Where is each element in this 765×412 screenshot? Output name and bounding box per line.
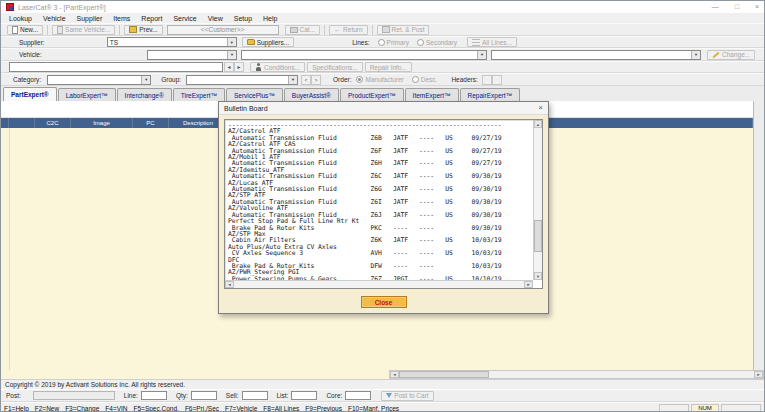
copyright-bar: Copyright © 2019 by Activant Solutions I… xyxy=(1,379,764,390)
menu-item-help[interactable]: Help xyxy=(263,15,277,22)
hscroll-right-arrow-icon[interactable]: ► xyxy=(754,371,763,378)
cat-button: Cat... xyxy=(285,25,321,35)
vehicle-combo-2[interactable]: ▼ xyxy=(241,50,487,60)
bulletin-horizontal-scrollbar[interactable]: ◄ ► xyxy=(225,280,533,288)
vehicle-description-field[interactable] xyxy=(9,62,223,72)
menu-item-report[interactable]: Report xyxy=(141,15,162,22)
conditions-person-icon xyxy=(255,63,262,71)
group-next-button[interactable]: > xyxy=(311,75,321,85)
bulletin-board-dialog: Bulletin Board × -----------------------… xyxy=(218,101,549,314)
prev-book-icon xyxy=(129,26,137,33)
supplier-value: TS xyxy=(110,39,118,46)
secondary-radio-label: Secondary xyxy=(426,39,457,46)
repair-info-button: Repair Info... xyxy=(365,62,412,72)
num-lock-indicator: NUM xyxy=(691,404,719,412)
dialog-button-row: Close xyxy=(219,293,548,311)
vehicle-spin-left-icon[interactable]: ◄ xyxy=(224,62,234,72)
category-combo-arrow-icon[interactable]: ▼ xyxy=(141,76,150,84)
vehicle-combo-3[interactable]: ▼ xyxy=(491,50,701,60)
column-header-c2c[interactable]: C2C xyxy=(35,118,71,128)
tab-repairexpert[interactable]: RepairExpert™ xyxy=(460,88,520,101)
toolbar-main: New... Same Vehicle... Prev... <<Custome… xyxy=(1,23,764,36)
prev-button-label: Prev... xyxy=(139,26,157,33)
maximize-button[interactable]: □ xyxy=(735,2,739,12)
vehicle-combo-1[interactable]: ▼ xyxy=(147,50,237,60)
list-label: List: xyxy=(277,392,289,399)
customer-field[interactable]: <<Customer>> xyxy=(167,25,279,35)
hscroll-left-arrow-icon[interactable]: ◄ xyxy=(390,371,399,378)
group-combo[interactable]: ▼ xyxy=(186,75,298,85)
column-header-blank-0[interactable] xyxy=(1,118,9,128)
vehicle-combo-2-arrow-icon[interactable]: ▼ xyxy=(477,51,486,59)
supplier-combo[interactable]: TS ▼ xyxy=(107,37,237,47)
category-combo[interactable]: ▼ xyxy=(47,75,151,85)
core-input[interactable] xyxy=(345,391,371,400)
tab-itemexpert[interactable]: ItemExpert™ xyxy=(405,88,459,101)
menu-item-items[interactable]: Items xyxy=(113,15,130,22)
prev-button[interactable]: Prev... xyxy=(124,25,162,35)
fkey-f8: F8=All Lines xyxy=(263,405,299,412)
qty-label: Qty: xyxy=(176,392,188,399)
supplier-combo-arrow-icon[interactable]: ▼ xyxy=(227,38,236,46)
grid-horizontal-scrollbar[interactable]: ◄ ► xyxy=(389,370,764,379)
hscroll-thumb[interactable] xyxy=(399,371,489,378)
close-window-button[interactable]: × xyxy=(755,2,759,12)
change-button-label: Change... xyxy=(722,51,750,58)
sell-label: Sell: xyxy=(226,392,239,399)
suppliers-button[interactable]: Suppliers... xyxy=(242,37,295,47)
minimize-button[interactable]: — xyxy=(712,2,719,12)
bulletin-vertical-scrollbar[interactable]: ▲ ▼ xyxy=(533,120,542,280)
tab-productexpert[interactable]: ProductExpert™ xyxy=(340,88,404,101)
tab-serviceplus[interactable]: ServicePlus™ xyxy=(226,88,283,101)
menu-item-service[interactable]: Service xyxy=(173,15,196,22)
column-header-blank-1[interactable] xyxy=(9,118,35,128)
fkey-f9: F9=Previous xyxy=(305,405,342,412)
new-button-label: New... xyxy=(20,26,38,33)
status-cell-blank xyxy=(659,404,689,412)
conditions-label: Conditions... xyxy=(264,64,300,71)
close-button[interactable]: Close xyxy=(361,296,407,308)
new-button[interactable]: New... xyxy=(7,25,43,35)
dialog-close-icon[interactable]: × xyxy=(538,104,543,112)
line-input[interactable] xyxy=(141,391,167,400)
toolbar-category: Category: ▼ Group: ▼ < > Order: Manufact… xyxy=(1,73,764,86)
group-prev-button[interactable]: < xyxy=(301,75,311,85)
menu-item-supplier[interactable]: Supplier xyxy=(77,15,103,22)
tab-buyerassist[interactable]: BuyerAssist® xyxy=(284,88,339,101)
tab-tireexpert[interactable]: TireExpert™ xyxy=(173,88,225,101)
bulletin-text-area[interactable]: ----------------------------------------… xyxy=(224,119,543,289)
column-header-image[interactable]: Image xyxy=(71,118,133,128)
fkey-f1: F1=Help xyxy=(4,405,29,412)
vscroll-thumb[interactable] xyxy=(534,220,542,252)
menu-bar: LookupVehicleSupplierItemsReportServiceV… xyxy=(1,13,764,23)
new-document-icon xyxy=(12,26,18,34)
qty-input[interactable] xyxy=(191,391,217,400)
window-title: LaserCat® 3 - [PartExpert®] xyxy=(18,4,106,11)
vehicle-combo-3-arrow-icon[interactable]: ▼ xyxy=(691,51,700,59)
menu-item-setup[interactable]: Setup xyxy=(234,15,252,22)
list-input[interactable] xyxy=(291,391,317,400)
status-cell-blank xyxy=(721,404,761,412)
post-to-cart-icon xyxy=(386,393,392,398)
menu-item-vehicle[interactable]: Vehicle xyxy=(43,15,66,22)
vehicle-spin-right-icon[interactable]: ► xyxy=(234,62,244,72)
primary-radio-label: Primary xyxy=(387,39,409,46)
tab-interchange[interactable]: Interchange® xyxy=(117,88,172,101)
menu-item-lookup[interactable]: Lookup xyxy=(9,15,32,22)
toolbar-separator xyxy=(324,25,325,35)
tab-laborexpert[interactable]: LaborExpert™ xyxy=(58,88,116,101)
vscroll-down-arrow-icon[interactable]: ▼ xyxy=(534,272,542,280)
suppliers-button-label: Suppliers... xyxy=(257,39,290,46)
tab-partexpert[interactable]: PartExpert® xyxy=(3,87,57,101)
vehicle-combo-1-arrow-icon[interactable]: ▼ xyxy=(227,51,236,59)
repair-info-label: Repair Info... xyxy=(370,64,407,71)
same-vehicle-button: Same Vehicle... xyxy=(52,25,115,35)
bulletin-hscroll-right-icon[interactable]: ► xyxy=(524,281,533,288)
menu-item-view[interactable]: View xyxy=(208,15,223,22)
vscroll-up-arrow-icon[interactable]: ▲ xyxy=(534,120,542,128)
sell-input[interactable] xyxy=(242,391,268,400)
all-lines-button: All Lines... xyxy=(467,37,517,47)
column-header-pc[interactable]: PC xyxy=(133,118,169,128)
group-combo-arrow-icon[interactable]: ▼ xyxy=(288,76,297,84)
bulletin-hscroll-left-icon[interactable]: ◄ xyxy=(225,281,234,288)
